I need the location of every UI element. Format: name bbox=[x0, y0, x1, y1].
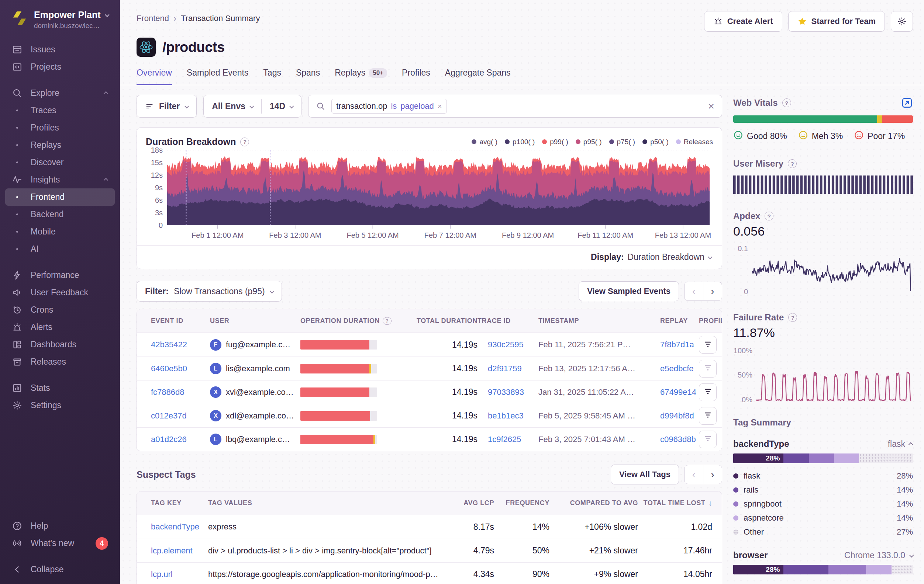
sidebar-item-alerts[interactable]: Alerts bbox=[5, 319, 115, 336]
sidebar-item-issues[interactable]: Issues bbox=[5, 41, 115, 58]
trace-id-link[interactable]: d2f91759 bbox=[488, 364, 538, 373]
legend-item-p99[interactable]: p99( ) bbox=[542, 138, 568, 146]
profile-button[interactable] bbox=[699, 336, 717, 354]
help-icon[interactable]: ? bbox=[788, 159, 797, 168]
transaction-settings-button[interactable] bbox=[891, 11, 913, 32]
profile-button[interactable] bbox=[699, 431, 717, 448]
operation-duration-bar[interactable] bbox=[300, 435, 377, 444]
tag-key-link[interactable]: lcp.url bbox=[151, 570, 208, 579]
next-page-button[interactable]: › bbox=[703, 282, 722, 301]
next-page-button[interactable]: › bbox=[703, 465, 722, 484]
search-input[interactable]: transaction.op is pageload × × bbox=[308, 95, 722, 118]
event-id-link[interactable]: 6460e5b0 bbox=[151, 364, 210, 373]
tag-legend-row[interactable]: Other 27% bbox=[733, 525, 913, 539]
trace-id-link[interactable]: 1c9f2625 bbox=[488, 435, 538, 444]
sidebar-item-settings[interactable]: Settings bbox=[5, 397, 115, 414]
sidebar-item-profiles[interactable]: Profiles bbox=[5, 119, 115, 137]
column-header-tag-values[interactable]: TAG VALUES bbox=[208, 499, 450, 507]
sidebar-item-insights[interactable]: Insights bbox=[5, 171, 115, 188]
tag-key-link[interactable]: lcp.element bbox=[151, 546, 208, 556]
search-clear-icon[interactable]: × bbox=[708, 100, 714, 112]
sidebar-item-frontend[interactable]: Frontend bbox=[5, 188, 115, 206]
column-header-frequency[interactable]: FREQUENCY bbox=[494, 499, 549, 507]
starred-for-team-button[interactable]: Starred for Team bbox=[788, 11, 885, 32]
profile-button[interactable] bbox=[699, 407, 717, 425]
legend-item-p50[interactable]: p50( ) bbox=[642, 138, 669, 146]
column-header-avg-lcp[interactable]: AVG LCP bbox=[450, 499, 494, 507]
view-all-tags-button[interactable]: View All Tags bbox=[611, 464, 679, 484]
sidebar-item-mobile[interactable]: Mobile bbox=[5, 223, 115, 240]
replay-link[interactable]: 7f8b7d1a bbox=[660, 340, 699, 349]
tag-section-toggle[interactable]: browser Chrome 133.0.0 bbox=[733, 550, 913, 560]
tag-legend-row[interactable]: springboot 14% bbox=[733, 497, 913, 511]
search-token[interactable]: transaction.op is pageload × bbox=[332, 99, 447, 114]
column-header-user[interactable]: USER bbox=[210, 317, 300, 325]
column-header-operation-duration[interactable]: OPERATION DURATION? bbox=[300, 317, 409, 325]
sidebar-item-dashboards[interactable]: Dashboards bbox=[5, 336, 115, 353]
org-switcher[interactable]: Empower Plant dominik.buszowiec… bbox=[0, 0, 120, 30]
tab-replays[interactable]: Replays50+ bbox=[335, 68, 387, 85]
breadcrumb-frontend[interactable]: Frontend bbox=[137, 14, 169, 23]
previous-page-button[interactable]: ‹ bbox=[684, 282, 703, 301]
trace-id-link[interactable]: 97033893 bbox=[488, 388, 538, 397]
replay-link[interactable]: e5edbcfe bbox=[660, 364, 699, 373]
legend-item-avg[interactable]: avg( ) bbox=[472, 138, 497, 146]
sidebar-item-crons[interactable]: Crons bbox=[5, 301, 115, 319]
sidebar-item-replays[interactable]: Replays bbox=[5, 137, 115, 154]
tag-legend-row[interactable]: flask 28% bbox=[733, 469, 913, 483]
help-icon[interactable]: ? bbox=[383, 317, 391, 325]
tag-legend-row[interactable]: aspnetcore 14% bbox=[733, 511, 913, 525]
sidebar-item-backend[interactable]: Backend bbox=[5, 206, 115, 223]
column-header-event-id[interactable]: EVENT ID bbox=[151, 317, 210, 325]
sidebar-item-what-s-new[interactable]: What's new4 bbox=[5, 535, 115, 552]
replay-link[interactable]: 67499e14 bbox=[660, 388, 699, 397]
sidebar-item-traces[interactable]: Traces bbox=[5, 102, 115, 119]
sidebar-item-stats[interactable]: Stats bbox=[5, 379, 115, 397]
help-icon[interactable]: ? bbox=[765, 212, 774, 220]
sidebar-item-projects[interactable]: Projects bbox=[5, 58, 115, 76]
sidebar-item-collapse[interactable]: Collapse bbox=[5, 561, 115, 578]
legend-item-p95[interactable]: p95( ) bbox=[576, 138, 602, 146]
column-header-compared-to-avg[interactable]: COMPARED TO AVG bbox=[549, 499, 638, 507]
open-in-vitals-icon[interactable] bbox=[901, 97, 913, 109]
sidebar-item-performance[interactable]: Performance bbox=[5, 267, 115, 284]
tab-aggregate-spans[interactable]: Aggregate Spans bbox=[445, 68, 511, 85]
event-id-link[interactable]: 42b35422 bbox=[151, 340, 210, 349]
tag-distribution-bar[interactable]: 28% bbox=[733, 454, 913, 463]
profile-button[interactable] bbox=[699, 360, 717, 378]
token-remove-icon[interactable]: × bbox=[438, 102, 442, 110]
sidebar-item-explore[interactable]: Explore bbox=[5, 84, 115, 102]
column-header-total-duration[interactable]: TOTAL DURATION bbox=[409, 317, 477, 325]
tab-profiles[interactable]: Profiles bbox=[402, 68, 430, 85]
duration-breakdown-chart[interactable]: 18s15s12s9s6s3s0Feb 1 12:00 AMFeb 3 12:0… bbox=[146, 147, 714, 240]
profile-button[interactable] bbox=[699, 383, 717, 401]
column-header-replay[interactable]: REPLAY bbox=[660, 317, 699, 325]
sidebar-item-releases[interactable]: Releases bbox=[5, 353, 115, 370]
column-header-trace-id[interactable]: TRACE ID bbox=[477, 317, 538, 325]
sidebar-item-user-feedback[interactable]: User Feedback bbox=[5, 284, 115, 301]
trace-id-link[interactable]: 930c2595 bbox=[488, 340, 538, 349]
view-sampled-events-button[interactable]: View Sampled Events bbox=[579, 281, 679, 301]
web-vitals-bar[interactable] bbox=[733, 115, 913, 123]
tag-legend-row[interactable]: rails 14% bbox=[733, 483, 913, 497]
tag-distribution-bar[interactable]: 28% bbox=[733, 565, 913, 574]
sidebar-item-discover[interactable]: Discover bbox=[5, 154, 115, 171]
tab-spans[interactable]: Spans bbox=[296, 68, 320, 85]
tab-sampled-events[interactable]: Sampled Events bbox=[187, 68, 248, 85]
help-icon[interactable]: ? bbox=[788, 313, 797, 322]
environment-select[interactable]: All Envs bbox=[204, 95, 261, 117]
tag-key-link[interactable]: backendType bbox=[151, 522, 208, 531]
legend-item-p100[interactable]: p100( ) bbox=[505, 138, 535, 146]
transactions-filter-button[interactable]: Filter: Slow Transactions (p95) bbox=[137, 281, 282, 301]
create-alert-button[interactable]: Create Alert bbox=[704, 11, 782, 32]
operation-duration-bar[interactable] bbox=[300, 364, 377, 373]
legend-item-p75[interactable]: p75( ) bbox=[609, 138, 635, 146]
sidebar-item-ai[interactable]: AI bbox=[5, 240, 115, 258]
replay-link[interactable]: d994bf8d bbox=[660, 411, 699, 421]
help-icon[interactable]: ? bbox=[782, 99, 791, 107]
help-icon[interactable]: ? bbox=[240, 138, 249, 146]
event-id-link[interactable]: fc7886d8 bbox=[151, 388, 210, 397]
column-header-profile[interactable]: PROFILE bbox=[699, 317, 722, 325]
tab-overview[interactable]: Overview bbox=[137, 68, 172, 85]
operation-duration-bar[interactable] bbox=[300, 340, 377, 349]
